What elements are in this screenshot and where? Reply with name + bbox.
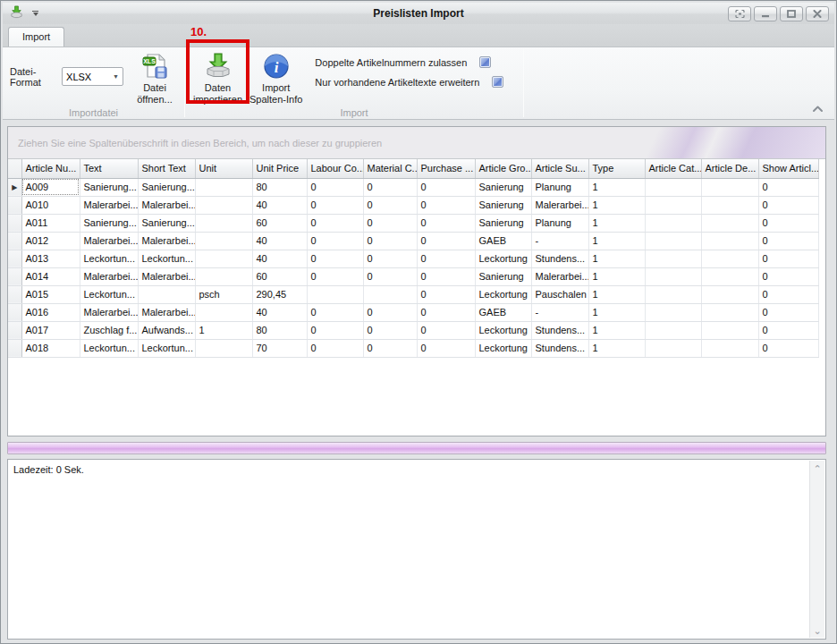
- cell[interactable]: 0: [758, 321, 819, 339]
- file-format-combobox[interactable]: XLSX ▼: [62, 67, 123, 86]
- cell[interactable]: Malerarbei...: [80, 303, 138, 321]
- cell[interactable]: 80: [252, 321, 307, 339]
- import-column-info-button[interactable]: i Import Spalten-Info: [246, 50, 306, 106]
- cell[interactable]: GAEB: [475, 232, 531, 250]
- cell[interactable]: 0: [417, 267, 475, 285]
- cell[interactable]: [195, 267, 252, 285]
- cell[interactable]: Leckortun...: [80, 285, 138, 303]
- cell[interactable]: 1: [588, 267, 645, 285]
- cell[interactable]: 40: [252, 232, 307, 250]
- cell[interactable]: -: [531, 303, 588, 321]
- cell[interactable]: 0: [417, 285, 475, 303]
- cell[interactable]: 70: [252, 339, 307, 357]
- cell[interactable]: 0: [363, 267, 417, 285]
- cell[interactable]: [307, 285, 363, 303]
- cell[interactable]: Leckortun...: [138, 250, 195, 267]
- cell[interactable]: Malerarbei...: [80, 267, 138, 285]
- cell[interactable]: A012: [21, 232, 80, 250]
- cell[interactable]: A011: [21, 214, 80, 232]
- cell[interactable]: Leckortung: [475, 250, 531, 267]
- qat-dropdown-icon[interactable]: [32, 11, 38, 16]
- cell[interactable]: Malerarbei...: [138, 303, 195, 321]
- cell[interactable]: [701, 196, 758, 214]
- cell[interactable]: 1: [588, 339, 645, 357]
- cell[interactable]: 0: [307, 321, 363, 339]
- cell[interactable]: A018: [21, 339, 80, 357]
- column-header[interactable]: Article Gro...: [475, 159, 531, 178]
- row-indicator-cell[interactable]: ▶: [8, 178, 21, 196]
- cell[interactable]: 0: [417, 303, 475, 321]
- column-header[interactable]: Unit: [195, 159, 252, 178]
- cell[interactable]: Malerarbei...: [531, 267, 588, 285]
- cell[interactable]: [195, 214, 252, 232]
- cell[interactable]: Leckortung: [475, 321, 531, 339]
- row-indicator-cell[interactable]: [8, 267, 21, 285]
- cell[interactable]: 0: [417, 232, 475, 250]
- cell[interactable]: Stundens...: [531, 250, 588, 267]
- cell[interactable]: A017: [21, 321, 80, 339]
- cell[interactable]: Leckortun...: [80, 250, 138, 267]
- cell[interactable]: Malerarbei...: [531, 196, 588, 214]
- cell[interactable]: Sanierung...: [80, 214, 138, 232]
- cell[interactable]: 0: [417, 339, 475, 357]
- cell[interactable]: 0: [758, 214, 819, 232]
- cell[interactable]: 40: [252, 250, 307, 267]
- scroll-down-icon[interactable]: ⌄: [810, 623, 824, 638]
- cell[interactable]: Sanierung...: [80, 178, 138, 196]
- chevron-down-icon[interactable]: ▼: [109, 73, 123, 80]
- cell[interactable]: 0: [307, 178, 363, 196]
- cell[interactable]: [701, 285, 758, 303]
- cell[interactable]: 0: [758, 285, 819, 303]
- cell[interactable]: Malerarbei...: [80, 232, 138, 250]
- cell[interactable]: 0: [417, 250, 475, 267]
- cell[interactable]: [701, 232, 758, 250]
- cell[interactable]: 0: [307, 303, 363, 321]
- cell[interactable]: [195, 250, 252, 267]
- row-indicator-cell[interactable]: [8, 339, 21, 357]
- row-indicator-cell[interactable]: [8, 232, 21, 250]
- column-header[interactable]: Article Su...: [531, 159, 588, 178]
- cell[interactable]: Planung: [531, 214, 588, 232]
- cell[interactable]: A013: [21, 250, 80, 267]
- column-header[interactable]: Text: [80, 159, 138, 178]
- row-indicator-cell[interactable]: [8, 196, 21, 214]
- cell[interactable]: 40: [252, 196, 307, 214]
- column-header[interactable]: Short Text: [138, 159, 195, 178]
- row-indicator-cell[interactable]: [8, 214, 21, 232]
- cell[interactable]: [701, 303, 758, 321]
- maximize-button[interactable]: [780, 6, 803, 21]
- cell[interactable]: 1: [588, 196, 645, 214]
- cell[interactable]: Malerarbei...: [138, 267, 195, 285]
- cell[interactable]: 0: [307, 267, 363, 285]
- cell[interactable]: 0: [307, 214, 363, 232]
- cell[interactable]: 1: [588, 285, 645, 303]
- cell[interactable]: [645, 178, 701, 196]
- cell[interactable]: [195, 178, 252, 196]
- cell[interactable]: [138, 285, 195, 303]
- column-header[interactable]: Unit Price: [252, 159, 307, 178]
- minimize-button[interactable]: [754, 6, 777, 21]
- scroll-up-icon[interactable]: ⌃: [810, 461, 824, 476]
- extend-existing-texts-checkbox[interactable]: [492, 76, 503, 88]
- cell[interactable]: [645, 267, 701, 285]
- cell[interactable]: Sanierung: [475, 214, 531, 232]
- cell[interactable]: [363, 285, 417, 303]
- cell[interactable]: 1: [588, 321, 645, 339]
- column-header[interactable]: Show Articl...: [758, 159, 819, 178]
- allow-duplicate-articles-checkbox[interactable]: [479, 56, 491, 68]
- cell[interactable]: Malerarbei...: [80, 196, 138, 214]
- cell[interactable]: 0: [417, 178, 475, 196]
- cell[interactable]: [701, 214, 758, 232]
- column-header[interactable]: Purchase ...: [417, 159, 475, 178]
- row-indicator-cell[interactable]: [8, 285, 21, 303]
- cell[interactable]: Malerarbei...: [138, 196, 195, 214]
- cell[interactable]: Planung: [531, 178, 588, 196]
- cell[interactable]: [195, 196, 252, 214]
- cell[interactable]: Sanierung: [475, 196, 531, 214]
- cell[interactable]: 0: [363, 232, 417, 250]
- tab-import[interactable]: Import: [8, 27, 64, 47]
- cell[interactable]: A014: [21, 267, 80, 285]
- cell[interactable]: Leckortun...: [138, 339, 195, 357]
- cell[interactable]: 60: [252, 267, 307, 285]
- cell[interactable]: 1: [588, 214, 645, 232]
